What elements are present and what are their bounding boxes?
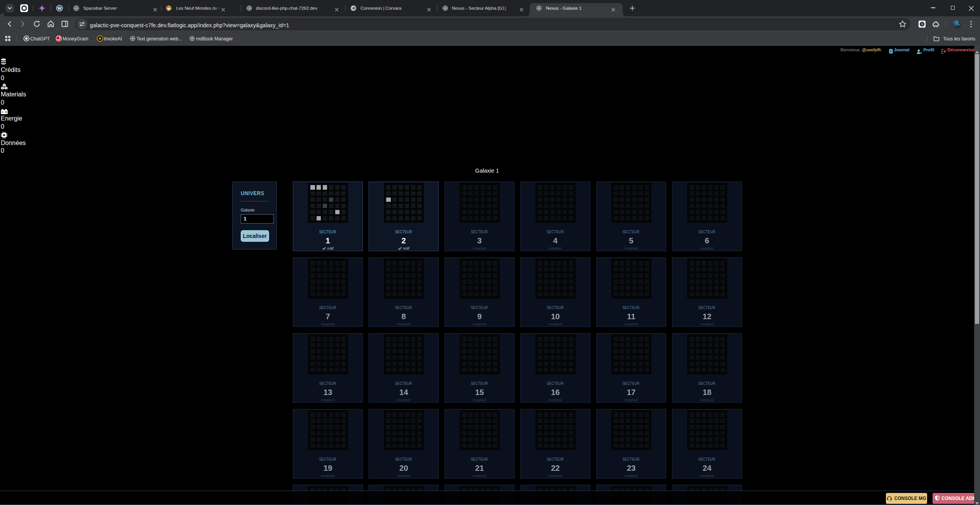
svg-text:W: W — [58, 6, 62, 10]
svg-text:>: > — [921, 22, 923, 26]
